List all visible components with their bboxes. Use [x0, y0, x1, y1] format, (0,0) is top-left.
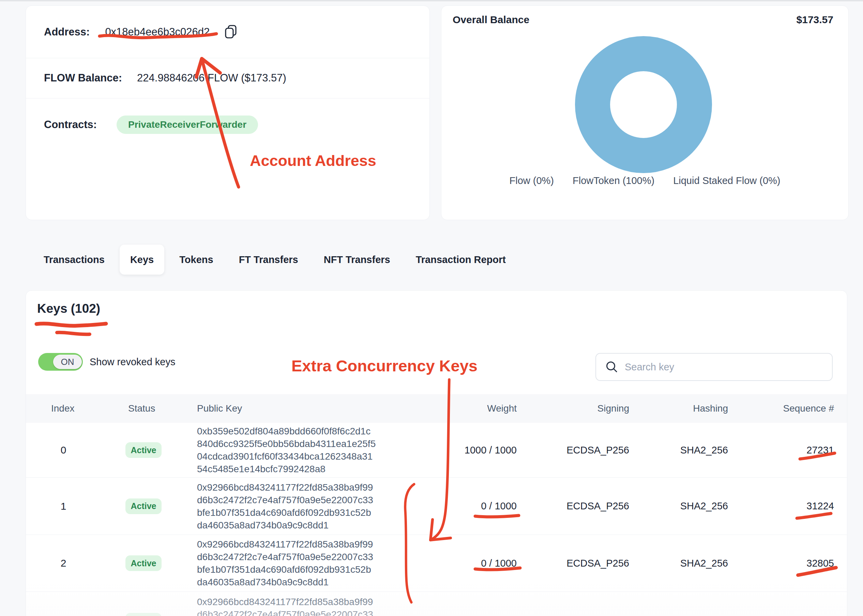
key-line: d6b3c2472f2c7e4af757f0a9e5e22007c33: [197, 608, 411, 616]
key-sequence: 32805: [728, 558, 834, 569]
tab-tokens[interactable]: Tokens: [179, 245, 213, 275]
col-header-sequence: Sequence #: [728, 403, 834, 414]
tab-transactions[interactable]: Transactions: [44, 245, 105, 275]
col-header-status: Status: [101, 403, 173, 414]
tab-transaction-report[interactable]: Transaction Report: [416, 245, 506, 275]
key-line: bfe1b07f351da4c690afd6f092db931c52b: [197, 506, 411, 519]
status-badge: Active: [126, 498, 162, 514]
key-signing: ECDSA_P256: [517, 445, 629, 456]
public-key: 0x92966bcd843241177f22fd85a38ba9f99 d6b3…: [173, 538, 411, 588]
status-badge: Active: [126, 555, 162, 571]
contracts-row: Contracts: PrivateReceiverForwarder: [26, 104, 429, 146]
key-line: 0x92966bcd843241177f22fd85a38ba9f99: [197, 538, 411, 551]
show-revoked-toggle[interactable]: ON: [38, 353, 83, 371]
search-input[interactable]: [624, 361, 810, 373]
key-row-3[interactable]: 3 Active 0x92966bcd843241177f22fd85a38ba…: [26, 591, 847, 616]
keys-table-header: Index Status Public Key Weight Signing H…: [26, 394, 847, 423]
status-badge: Active: [126, 442, 162, 458]
key-index: 2: [26, 558, 101, 569]
flow-balance-row: FLOW Balance: 224.98846206 FLOW ($173.57…: [26, 58, 429, 98]
key-line: 54c5485e1e14bcfc7992428a8: [197, 463, 411, 475]
contract-badge[interactable]: PrivateReceiverForwarder: [116, 115, 258, 134]
key-row-2[interactable]: 2 Active 0x92966bcd843241177f22fd85a38ba…: [26, 534, 847, 591]
col-header-public-key: Public Key: [173, 403, 411, 414]
key-sequence: 31224: [728, 501, 834, 512]
key-weight: 0 / 1000: [411, 501, 517, 512]
account-info-card: Address: 0x18eb4ee6b3c026d2 FLOW Balance…: [25, 5, 430, 220]
status-badge: Active: [126, 613, 162, 616]
tab-nft-transfers[interactable]: NFT Transfers: [324, 245, 390, 275]
account-tabs: Transactions Keys Tokens FT Transfers NF…: [44, 245, 506, 275]
public-key: 0x92966bcd843241177f22fd85a38ba9f99 d6b3…: [173, 481, 411, 531]
legend-item-flow: Flow (0%): [509, 175, 554, 186]
key-row-1[interactable]: 1 Active 0x92966bcd843241177f22fd85a38ba…: [26, 477, 847, 534]
balance-total: $173.57: [797, 14, 833, 25]
key-line: da46035a8ad734b0a9c9c8dd1: [197, 576, 411, 588]
key-sequence: 27231: [728, 445, 834, 456]
flow-balance-label: FLOW Balance:: [44, 72, 122, 84]
contracts-label: Contracts:: [44, 119, 97, 131]
col-header-index: Index: [26, 403, 101, 414]
search-icon: [606, 361, 618, 373]
address-row: Address: 0x18eb4ee6b3c026d2: [26, 6, 429, 58]
key-line: 0xb359e502df804a89bdd660f0f8f6c2d1c: [197, 425, 411, 437]
key-hashing: SHA2_256: [629, 558, 728, 569]
key-row-0[interactable]: 0 Active 0xb359e502df804a89bdd660f0f8f6c…: [26, 423, 847, 477]
search-key-box[interactable]: [596, 353, 833, 381]
key-line: d6b3c2472f2c7e4af757f0a9e5e22007c33: [197, 551, 411, 563]
tab-ft-transfers[interactable]: FT Transfers: [239, 245, 298, 275]
key-index: 0: [26, 444, 101, 456]
col-header-weight: Weight: [411, 403, 517, 414]
balance-card-title: Overall Balance: [453, 14, 529, 25]
address-value: 0x18eb4ee6b3c026d2: [105, 26, 210, 38]
key-line: da46035a8ad734b0a9c9c8dd1: [197, 519, 411, 531]
key-signing: ECDSA_P256: [517, 501, 629, 512]
key-line: 0x92966bcd843241177f22fd85a38ba9f99: [197, 481, 411, 494]
legend-item-liquid-staked: Liquid Staked Flow (0%): [673, 175, 780, 186]
public-key: 0xb359e502df804a89bdd660f0f8f6c2d1c 840d…: [173, 425, 411, 475]
flow-account-page: Address: 0x18eb4ee6b3c026d2 FLOW Balance…: [0, 0, 863, 616]
address-label: Address:: [44, 26, 90, 38]
col-header-signing: Signing: [517, 403, 629, 414]
key-weight: 0 / 1000: [411, 558, 517, 569]
key-line: 0x92966bcd843241177f22fd85a38ba9f99: [197, 596, 411, 608]
flow-balance-value: 224.98846206 FLOW ($173.57): [137, 72, 286, 84]
donut-legend: Flow (0%) FlowToken (100%) Liquid Staked…: [442, 175, 848, 186]
divider: [26, 98, 429, 99]
key-line: 04cdcad3901fcf60f33434bca1262348a31: [197, 450, 411, 463]
keys-table-body: 0 Active 0xb359e502df804a89bdd660f0f8f6c…: [26, 423, 847, 616]
overall-balance-card: Overall Balance $173.57 Flow (0%) FlowTo…: [441, 5, 849, 220]
key-line: 840d6cc9325f5e0bb56bdab4311ea1e25f5: [197, 437, 411, 450]
top-edge-strip: [0, 0, 863, 2]
copy-address-button[interactable]: [224, 23, 237, 41]
keys-card: Keys (102) ON Show revoked keys Index St…: [25, 290, 847, 616]
tab-keys[interactable]: Keys: [119, 245, 164, 275]
key-weight: 1000 / 1000: [411, 445, 517, 456]
key-line: d6b3c2472f2c7e4af757f0a9e5e22007c33: [197, 494, 411, 506]
key-hashing: SHA2_256: [629, 445, 728, 456]
show-revoked-label: Show revoked keys: [90, 353, 175, 371]
toggle-knob[interactable]: ON: [53, 355, 82, 369]
balance-donut-chart: [575, 36, 712, 173]
legend-item-flowtoken: FlowToken (100%): [572, 175, 654, 186]
key-hashing: SHA2_256: [629, 501, 728, 512]
public-key: 0x92966bcd843241177f22fd85a38ba9f99 d6b3…: [173, 596, 411, 616]
col-header-hashing: Hashing: [629, 403, 728, 414]
key-line: bfe1b07f351da4c690afd6f092db931c52b: [197, 563, 411, 576]
key-index: 1: [26, 501, 101, 512]
copy-icon: [224, 23, 237, 39]
key-index: 3: [26, 615, 101, 616]
key-signing: ECDSA_P256: [517, 558, 629, 569]
keys-heading: Keys (102): [37, 302, 100, 316]
